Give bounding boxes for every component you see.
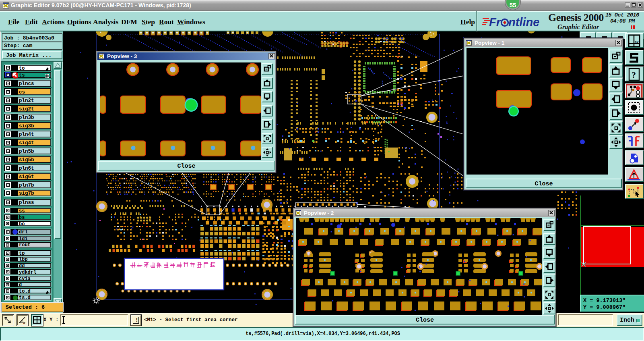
svg-text:xy: xy xyxy=(635,40,639,44)
svg-text:?: ? xyxy=(632,70,636,80)
svg-text:α: α xyxy=(23,322,25,325)
svg-text:ntline: ntline xyxy=(508,16,539,29)
svg-text:Fr: Fr xyxy=(489,16,502,29)
